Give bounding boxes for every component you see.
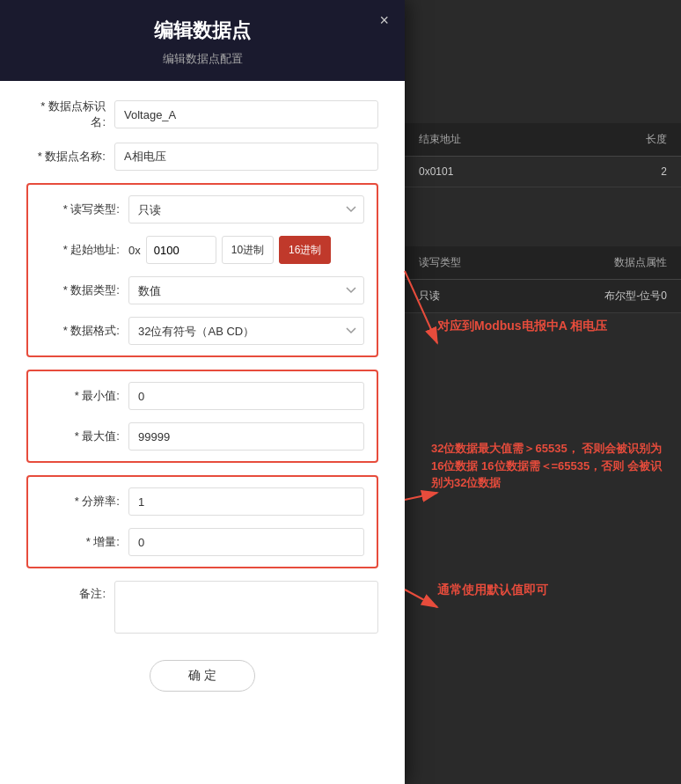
addr-input[interactable] bbox=[146, 236, 216, 264]
submit-area: 确 定 bbox=[26, 646, 378, 709]
remark-textarea[interactable] bbox=[114, 581, 378, 634]
identifier-group: * 数据点标识名: bbox=[26, 99, 378, 130]
datatype-group: * 数据类型: 数值 字符串 布尔型 bbox=[40, 276, 364, 304]
resolution-input[interactable] bbox=[128, 487, 364, 516]
bg-table-rw: 读写类型 数据点属性 只读 布尔型-位号0 bbox=[405, 246, 681, 313]
row2-attr: 布尔型-位号0 bbox=[597, 289, 667, 304]
rw-select[interactable]: 只读 读写 只写 bbox=[128, 195, 364, 223]
increment-input[interactable] bbox=[128, 528, 364, 556]
bg-table-top: 结束地址 长度 0x0101 2 bbox=[405, 123, 681, 187]
min-group: * 最小值: bbox=[40, 382, 364, 410]
format-label: * 数据格式: bbox=[40, 323, 120, 339]
annotation-3: 通常使用默认值即可 bbox=[437, 581, 548, 599]
modal-header: 编辑数据点 编辑数据点配置 × bbox=[0, 0, 405, 81]
identifier-input[interactable] bbox=[114, 100, 378, 128]
max-input[interactable] bbox=[128, 422, 364, 451]
modal-title: 编辑数据点 bbox=[0, 18, 405, 44]
addr-label: * 起始地址: bbox=[40, 242, 120, 258]
addr-group: * 起始地址: 0x 10进制 16进制 bbox=[40, 236, 364, 264]
row1-len: 2 bbox=[597, 165, 667, 178]
rw-group: * 读写类型: 只读 读写 只写 bbox=[40, 195, 364, 223]
datatype-label: * 数据类型: bbox=[40, 282, 120, 298]
row1-end: 0x0101 bbox=[419, 165, 597, 178]
addr-prefix: 0x bbox=[128, 244, 141, 257]
min-label: * 最小值: bbox=[40, 388, 120, 404]
resolution-group: * 分辨率: bbox=[40, 487, 364, 516]
addr-controls: 0x 10进制 16进制 bbox=[128, 236, 364, 264]
increment-group: * 增量: bbox=[40, 528, 364, 556]
rw-label: * 读写类型: bbox=[40, 201, 120, 217]
row2-rw: 只读 bbox=[419, 289, 597, 304]
col-rw-header: 读写类型 bbox=[419, 255, 597, 270]
section-box-2: * 最小值: * 最大值: bbox=[26, 370, 378, 463]
btn-hex[interactable]: 16进制 bbox=[279, 236, 331, 264]
increment-label: * 增量: bbox=[40, 534, 120, 550]
format-group: * 数据格式: 32位有符号（AB CD） 16位有符号 16位无符号 32位无… bbox=[40, 317, 364, 345]
modal: 编辑数据点 编辑数据点配置 × * 数据点标识名: * 数据点名称: * 读写类… bbox=[0, 0, 405, 784]
datatype-select[interactable]: 数值 字符串 布尔型 bbox=[128, 276, 364, 304]
remark-group: 备注: bbox=[26, 581, 378, 634]
btn-decimal[interactable]: 10进制 bbox=[222, 236, 274, 264]
name-input[interactable] bbox=[114, 143, 378, 171]
close-button[interactable]: × bbox=[379, 12, 389, 28]
col-attr-header: 数据点属性 bbox=[597, 255, 667, 270]
name-group: * 数据点名称: bbox=[26, 143, 378, 171]
annotation-2: 32位数据最大值需＞65535， 否则会被识别为16位数据 16位数据需＜=65… bbox=[431, 440, 669, 492]
submit-button[interactable]: 确 定 bbox=[150, 660, 255, 692]
section-box-3: * 分辨率: * 增量: bbox=[26, 475, 378, 568]
min-input[interactable] bbox=[128, 382, 364, 410]
col-end-header: 结束地址 bbox=[419, 132, 597, 147]
annotation-1: 对应到Modbus电报中A 相电压 bbox=[437, 317, 607, 335]
format-select[interactable]: 32位有符号（AB CD） 16位有符号 16位无符号 32位无符号 bbox=[128, 317, 364, 345]
modal-body: * 数据点标识名: * 数据点名称: * 读写类型: 只读 读写 只写 * 起始… bbox=[0, 81, 405, 784]
max-group: * 最大值: bbox=[40, 422, 364, 451]
modal-subtitle: 编辑数据点配置 bbox=[0, 51, 405, 67]
max-label: * 最大值: bbox=[40, 429, 120, 444]
remark-label: 备注: bbox=[26, 581, 106, 602]
col-len-header: 长度 bbox=[597, 132, 667, 147]
name-label: * 数据点名称: bbox=[26, 149, 106, 165]
section-box-1: * 读写类型: 只读 读写 只写 * 起始地址: 0x 10进制 16进制 bbox=[26, 183, 378, 357]
identifier-label: * 数据点标识名: bbox=[26, 99, 106, 130]
resolution-label: * 分辨率: bbox=[40, 494, 120, 509]
